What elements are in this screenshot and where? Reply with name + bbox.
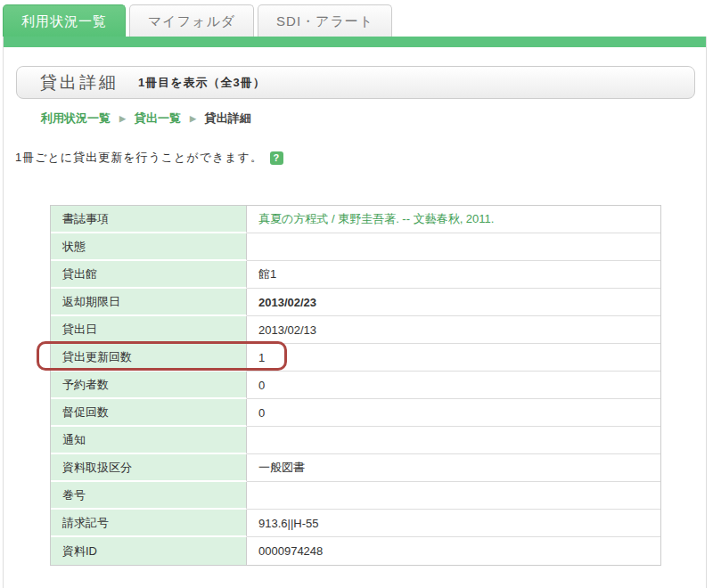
table-row: 資料取扱区分 一般図書 xyxy=(51,454,660,482)
loan-detail-page: { "tabs": [ { "label": "利用状況一覧", "active… xyxy=(0,0,713,588)
detail-value xyxy=(247,233,660,261)
detail-label: 資料ID xyxy=(51,537,247,565)
detail-value: 2013/02/13 xyxy=(247,316,660,344)
table-row: 予約者数 0 xyxy=(51,372,660,399)
table-row: 巻号 xyxy=(51,482,660,510)
table-row: 返却期限日 2013/02/23 xyxy=(51,289,660,316)
detail-label: 巻号 xyxy=(51,482,247,510)
detail-label: 通知 xyxy=(51,427,247,454)
detail-label: 返却期限日 xyxy=(51,289,247,316)
breadcrumb-link-loan-list[interactable]: 貸出一覧 xyxy=(135,110,181,127)
loan-detail-table-wrap: 書誌事項 真夏の方程式 / 東野圭吾著. -- 文藝春秋, 2011. 状態 貸… xyxy=(50,205,661,566)
detail-value: 0 xyxy=(247,399,660,427)
instruction-text: 1冊ごとに貸出更新を行うことができます。 xyxy=(15,150,263,166)
detail-value xyxy=(247,427,660,454)
table-row: 督促回数 0 xyxy=(51,399,660,427)
tab-loan-status-list[interactable]: 利用状況一覧 xyxy=(3,4,126,37)
detail-value-due-date: 2013/02/23 xyxy=(247,289,660,316)
detail-label: 書誌事項 xyxy=(51,206,247,233)
detail-value xyxy=(247,482,660,510)
detail-label: 貸出館 xyxy=(51,261,247,289)
breadcrumb-current: 貸出詳細 xyxy=(205,110,251,127)
page-title: 貸出詳細 xyxy=(40,71,119,94)
table-row-renewal-count: 貸出更新回数 1 xyxy=(51,344,660,372)
detail-label: 督促回数 xyxy=(51,399,247,427)
accent-bar xyxy=(4,37,706,47)
detail-label: 貸出日 xyxy=(51,316,247,344)
detail-label: 状態 xyxy=(51,233,247,261)
breadcrumb: 利用状況一覧 ▶ 貸出一覧 ▶ 貸出詳細 xyxy=(41,110,706,127)
detail-value: 913.6||H-55 xyxy=(247,510,660,537)
bibliography-link[interactable]: 真夏の方程式 / 東野圭吾著. -- 文藝春秋, 2011. xyxy=(258,212,494,225)
detail-value: 一般図書 xyxy=(247,454,660,482)
content-container: 貸出詳細 1冊目を表示（全3冊） 利用状況一覧 ▶ 貸出一覧 ▶ 貸出詳細 1冊… xyxy=(3,37,707,588)
detail-value: 0000974248 xyxy=(247,537,660,565)
breadcrumb-arrow-icon: ▶ xyxy=(190,114,196,123)
detail-label: 資料取扱区分 xyxy=(51,454,247,482)
table-row: 資料ID 0000974248 xyxy=(51,537,660,565)
instruction-line: 1冊ごとに貸出更新を行うことができます。 ? xyxy=(15,150,706,166)
table-row: 貸出館 館1 xyxy=(51,261,660,289)
main-tabbar: 利用状況一覧 マイフォルダ SDI・アラート xyxy=(3,4,392,37)
help-icon[interactable]: ? xyxy=(270,151,283,165)
table-row: 状態 xyxy=(51,233,660,261)
detail-label: 貸出更新回数 xyxy=(51,344,247,372)
page-title-box: 貸出詳細 1冊目を表示（全3冊） xyxy=(16,66,695,99)
table-row: 書誌事項 真夏の方程式 / 東野圭吾著. -- 文藝春秋, 2011. xyxy=(51,206,660,233)
breadcrumb-link-loan-status[interactable]: 利用状況一覧 xyxy=(41,110,111,127)
tab-my-folder[interactable]: マイフォルダ xyxy=(129,4,254,37)
table-row: 通知 xyxy=(51,427,660,454)
breadcrumb-arrow-icon: ▶ xyxy=(119,114,126,123)
detail-label: 請求記号 xyxy=(51,510,247,537)
detail-label: 予約者数 xyxy=(51,372,247,399)
page-subtitle: 1冊目を表示（全3冊） xyxy=(138,75,266,91)
table-row: 貸出日 2013/02/13 xyxy=(51,316,660,344)
table-row: 請求記号 913.6||H-55 xyxy=(51,510,660,537)
tab-sdi-alert[interactable]: SDI・アラート xyxy=(258,4,392,37)
detail-value-renewal-count: 1 xyxy=(247,344,660,372)
loan-detail-table: 書誌事項 真夏の方程式 / 東野圭吾著. -- 文藝春秋, 2011. 状態 貸… xyxy=(50,205,661,566)
detail-value: 館1 xyxy=(247,261,660,289)
detail-value: 0 xyxy=(247,372,660,399)
